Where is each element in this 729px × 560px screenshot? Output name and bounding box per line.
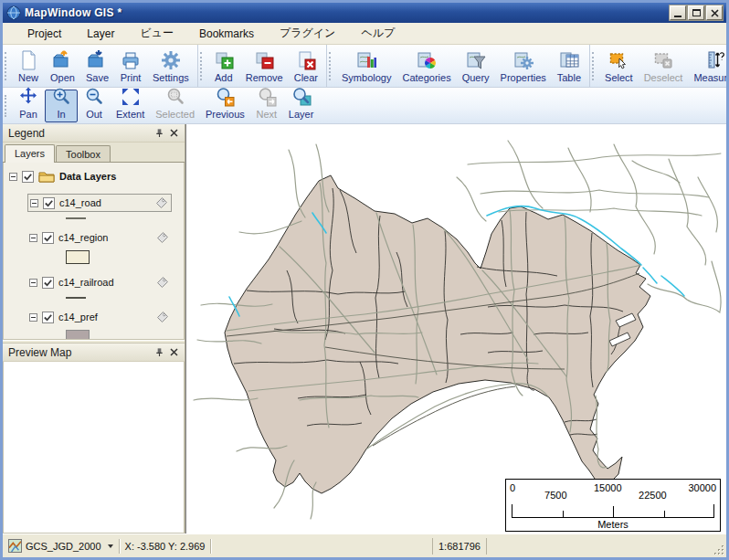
maximize-button[interactable]: [688, 5, 704, 20]
tab-toolbox[interactable]: Toolbox: [56, 145, 111, 162]
toolbar-grip[interactable]: [592, 52, 597, 80]
zoom-previous-button[interactable]: Previous: [200, 90, 250, 122]
preview-pin-button[interactable]: [152, 345, 166, 359]
pin-icon: [154, 347, 164, 357]
menu-item-view[interactable]: ビュー: [128, 23, 185, 44]
gear-icon: [160, 49, 182, 71]
properties-button[interactable]: Properties: [495, 47, 552, 86]
scale-unit-label: Meters: [506, 519, 720, 530]
new-page-icon: [17, 49, 39, 71]
preview-map-canvas[interactable]: [3, 362, 185, 534]
preview-map-title: Preview Map: [8, 346, 152, 359]
layer-checkbox[interactable]: [43, 197, 55, 209]
add-layer-icon: [213, 49, 235, 71]
zoom-extent-button[interactable]: Extent: [111, 90, 150, 122]
zoom-next-button[interactable]: Next: [250, 90, 283, 122]
legend-pin-button[interactable]: [152, 126, 166, 140]
scale-tick-label: 22500: [639, 490, 667, 501]
tag-icon[interactable]: [154, 195, 169, 210]
globe-icon: [6, 5, 21, 20]
collapse-icon[interactable]: [29, 313, 37, 322]
zoom-selected-button[interactable]: Selected: [150, 90, 200, 122]
main-toolbar: New Open Save Print: [3, 45, 726, 88]
zoom-in-button[interactable]: In: [45, 90, 78, 122]
menu-item-bookmarks[interactable]: Bookmarks: [187, 25, 266, 43]
projection-selector[interactable]: GCS_JGD_2000: [3, 538, 119, 555]
scale-tick-label: 30000: [688, 482, 716, 493]
status-bar: GCS_JGD_2000 X: -3.580 Y: 2.969 1:681796: [3, 534, 726, 557]
new-button[interactable]: New: [12, 47, 45, 86]
tree-item-c14-railroad[interactable]: c14_railroad: [27, 273, 172, 291]
printer-icon: [120, 49, 142, 71]
menu-bar: Project Layer ビュー Bookmarks プラグイン ヘルプ: [3, 23, 726, 45]
collapse-icon[interactable]: [29, 279, 37, 287]
tag-icon[interactable]: [155, 310, 170, 324]
menu-item-project[interactable]: Project: [16, 25, 73, 43]
menu-item-plugins[interactable]: プラグイン: [268, 23, 347, 44]
zoom-previous-icon: [214, 86, 236, 108]
save-button[interactable]: Save: [80, 47, 114, 86]
tree-item-c14-region[interactable]: c14_region: [27, 228, 172, 247]
deselect-button[interactable]: Deselect: [639, 47, 689, 86]
zoom-layer-button[interactable]: Layer: [283, 90, 320, 122]
resize-grip[interactable]: [713, 544, 725, 556]
table-button[interactable]: Table: [552, 47, 586, 86]
road-symbol: [66, 217, 86, 219]
map-drawing: [186, 124, 725, 533]
remove-layer-button[interactable]: Remove: [240, 47, 289, 86]
categories-button[interactable]: Categories: [396, 47, 456, 86]
scale-tick-label: 15000: [594, 482, 622, 493]
preview-map-header: Preview Map: [3, 343, 185, 362]
add-layer-button[interactable]: Add: [207, 47, 240, 86]
clear-layers-icon: [295, 49, 317, 71]
title-bar[interactable]: MapWindow GIS *: [3, 3, 726, 23]
tag-icon[interactable]: [155, 275, 170, 290]
layer-checkbox[interactable]: [42, 277, 54, 289]
zoom-out-button[interactable]: Out: [78, 90, 111, 122]
collapse-icon[interactable]: [9, 173, 17, 181]
preview-close-button[interactable]: [166, 345, 181, 359]
left-dock-panel: Legend Layers Toolbox: [3, 124, 185, 534]
tree-item-data-layers[interactable]: Data Layers: [9, 168, 184, 185]
open-folder-icon: [51, 49, 73, 71]
scale-tick-label: 7500: [544, 490, 566, 501]
select-icon: [608, 49, 629, 71]
tree-item-c14-pref[interactable]: c14_pref: [27, 308, 172, 326]
measure-button[interactable]: Measure: [688, 47, 729, 86]
collapse-icon[interactable]: [29, 234, 37, 242]
query-button[interactable]: Query: [457, 47, 495, 86]
tree-item-c14-road[interactable]: c14_road: [27, 194, 172, 212]
layer-tree: Data Layers c14_road c14_region: [3, 163, 185, 340]
tag-icon[interactable]: [155, 230, 170, 245]
open-button[interactable]: Open: [45, 47, 80, 86]
toolbar-grip[interactable]: [5, 52, 9, 80]
select-button[interactable]: Select: [599, 47, 639, 86]
close-button[interactable]: [706, 5, 723, 20]
settings-button[interactable]: Settings: [147, 47, 195, 86]
menu-item-help[interactable]: ヘルプ: [349, 23, 407, 44]
close-icon: [711, 9, 719, 17]
toolbar-grip[interactable]: [329, 52, 333, 80]
menu-item-layer[interactable]: Layer: [75, 25, 126, 43]
tab-layers[interactable]: Layers: [5, 144, 55, 163]
close-icon: [170, 129, 178, 137]
mapwindow-gis-window: MapWindow GIS * Project Layer ビュー Bookma…: [0, 0, 729, 560]
region-symbol: [66, 250, 90, 264]
symbology-button[interactable]: Symbology: [336, 47, 396, 86]
clear-layers-button[interactable]: Clear: [289, 47, 323, 86]
pan-button[interactable]: Pan: [12, 90, 45, 122]
save-icon: [86, 49, 108, 71]
layer-checkbox[interactable]: [42, 312, 54, 323]
scale-bar: 0 7500 15000 22500 30000 Meters: [505, 479, 721, 532]
zoom-next-icon: [256, 86, 278, 108]
print-button[interactable]: Print: [114, 47, 147, 86]
group-checkbox[interactable]: [22, 171, 34, 183]
map-canvas[interactable]: 0 7500 15000 22500 30000 Meters: [185, 124, 726, 534]
layer-checkbox[interactable]: [42, 232, 54, 244]
collapse-icon[interactable]: [30, 199, 38, 207]
deselect-icon: [652, 49, 674, 71]
legend-close-button[interactable]: [166, 126, 181, 140]
toolbar-grip[interactable]: [5, 95, 9, 117]
minimize-button[interactable]: [670, 5, 686, 20]
toolbar-grip[interactable]: [200, 52, 205, 80]
